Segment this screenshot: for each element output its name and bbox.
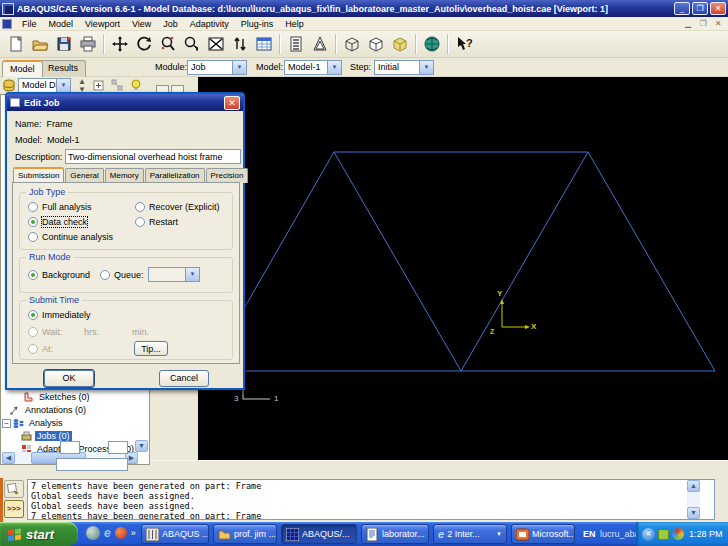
lightbulb-icon[interactable] [130, 79, 142, 91]
tree-item-analysis[interactable]: − Analysis [2, 417, 65, 429]
radio-recover[interactable]: Recover (Explicit) [135, 202, 220, 212]
command-line-tab-button[interactable]: >>> [4, 500, 24, 518]
quick-launch-icon-3[interactable] [115, 527, 127, 539]
view-options-icon[interactable] [252, 33, 276, 56]
tab-submission[interactable]: Submission [13, 167, 64, 182]
menu-job[interactable]: Job [157, 18, 184, 30]
tray-icon-swirl[interactable] [672, 528, 684, 540]
task-folder[interactable]: prof. jim ... [213, 524, 277, 544]
hidden-line-display-icon[interactable] [364, 33, 388, 56]
start-button[interactable]: start [0, 522, 78, 546]
task-internet-explorer-group[interactable]: e2 Inter...▼ [433, 524, 507, 544]
menu-model[interactable]: Model [43, 18, 80, 30]
scroll-down-icon[interactable]: ▼ [135, 440, 148, 452]
tab-general[interactable]: General [65, 168, 103, 183]
quick-launch-icon-1[interactable] [86, 526, 100, 540]
filter-icon[interactable] [111, 79, 123, 91]
annotation-icon [9, 405, 20, 416]
radio-data-check[interactable]: Data check [28, 217, 87, 227]
save-database-icon[interactable] [52, 33, 76, 56]
task-abaqus-command[interactable]: ABAQUS ... [141, 524, 209, 544]
magnify-view-icon[interactable] [156, 33, 180, 56]
print-icon[interactable] [76, 33, 100, 56]
tree-scope-select[interactable]: Model Database▼ [18, 78, 71, 93]
tree-item-sketches[interactable]: Sketches (0) [23, 391, 92, 403]
radio-queue[interactable]: Queue: [100, 270, 144, 280]
pan-view-icon[interactable] [108, 33, 132, 56]
menu-adaptivity[interactable]: Adaptivity [184, 18, 235, 30]
name-label: Name: [15, 119, 42, 129]
task-word-document[interactable]: laborator... [361, 524, 429, 544]
internet-explorer-icon[interactable]: e [104, 526, 111, 540]
radio-continue-analysis[interactable]: Continue analysis [28, 232, 113, 242]
message-area-tab-button[interactable] [4, 480, 24, 498]
quick-launch-overflow-icon[interactable]: » [131, 528, 136, 538]
tab-memory[interactable]: Memory [105, 168, 144, 183]
hide-icons-chevron-icon[interactable]: < [642, 528, 655, 541]
viewport-canvas[interactable]: Y X Z 3 1 [198, 77, 728, 460]
language-indicator[interactable]: EN [583, 529, 596, 539]
system-tray: < 1:28 PM [636, 522, 728, 546]
minimize-button[interactable]: _ [674, 2, 690, 15]
dialog-close-icon[interactable]: ✕ [224, 96, 240, 110]
ok-button[interactable]: OK [44, 370, 94, 387]
chevron-down-icon[interactable]: ▼ [232, 61, 246, 74]
mdi-child-icon[interactable] [2, 19, 12, 29]
query-icon[interactable] [284, 33, 308, 56]
wait-minutes-input [108, 441, 128, 454]
dialog-title-bar[interactable]: Edit Job ✕ [7, 94, 243, 111]
menu-bar: File Model Viewport View Job Adaptivity … [0, 17, 728, 31]
scroll-up-icon[interactable]: ▲ [687, 480, 700, 492]
expand-all-icon[interactable] [93, 79, 105, 91]
menu-file[interactable]: File [16, 18, 43, 30]
menu-viewport[interactable]: Viewport [79, 18, 126, 30]
tab-model[interactable]: Model [2, 60, 43, 77]
task-powerpoint[interactable]: Microsoft... [511, 524, 575, 544]
wireframe-display-icon[interactable] [340, 33, 364, 56]
perspective-icon[interactable] [420, 33, 444, 56]
mdi-close-icon[interactable]: ✕ [712, 19, 724, 29]
menu-help[interactable]: Help [279, 18, 310, 30]
menu-plugins[interactable]: Plug-ins [235, 18, 280, 30]
model-select[interactable]: Model-1▼ [284, 60, 342, 75]
chevron-down-icon[interactable]: ▼ [327, 61, 341, 74]
tab-results[interactable]: Results [40, 60, 86, 77]
menu-view[interactable]: View [126, 18, 157, 30]
mdi-restore-icon[interactable]: ❐ [697, 19, 709, 29]
chevron-down-icon[interactable]: ▼ [56, 79, 70, 92]
fit-view-icon[interactable] [204, 33, 228, 56]
restore-button[interactable]: ❐ [692, 2, 708, 15]
new-file-icon[interactable] [4, 33, 28, 56]
collapse-icon[interactable]: − [2, 419, 11, 428]
rotate-view-icon[interactable] [132, 33, 156, 56]
tree-item-annotations[interactable]: Annotations (0) [9, 404, 88, 416]
message-log[interactable]: 7 elements have been generated on part: … [27, 479, 715, 520]
scroll-left-icon[interactable]: ◀ [2, 452, 15, 464]
step-select[interactable]: Initial▼ [374, 60, 434, 75]
message-scrollbar[interactable]: ▲ ▼ [687, 480, 700, 519]
cycle-views-icon[interactable] [228, 33, 252, 56]
tab-precision[interactable]: Precision [206, 168, 249, 183]
description-input[interactable] [65, 149, 241, 164]
radio-immediately[interactable]: Immediately [28, 310, 91, 320]
shaded-display-icon[interactable] [388, 33, 412, 56]
tab-parallelization[interactable]: Parallelization [145, 168, 205, 183]
module-select[interactable]: Job▼ [187, 60, 247, 75]
cancel-button[interactable]: Cancel [159, 370, 209, 387]
task-abaqus-cae[interactable]: ABAQUS/... [281, 524, 357, 544]
render-options-icon[interactable] [308, 33, 332, 56]
zoom-select-icon[interactable] [180, 33, 204, 56]
radio-full-analysis[interactable]: Full analysis [28, 202, 92, 212]
context-help-icon[interactable]: ? [452, 33, 476, 56]
tray-icon-green[interactable] [658, 529, 669, 540]
close-button[interactable]: ✕ [710, 2, 726, 15]
radio-restart[interactable]: Restart [135, 217, 178, 227]
tip-button[interactable]: Tip... [134, 341, 168, 356]
mdi-minimize-icon[interactable]: ▁ [682, 19, 694, 29]
chevron-down-icon[interactable]: ▼ [419, 61, 433, 74]
open-database-icon[interactable] [28, 33, 52, 56]
scroll-down-icon[interactable]: ▼ [687, 507, 700, 519]
internet-explorer-icon: e [438, 528, 444, 540]
radio-background[interactable]: Background [28, 270, 90, 280]
sketch-icon [23, 392, 34, 403]
